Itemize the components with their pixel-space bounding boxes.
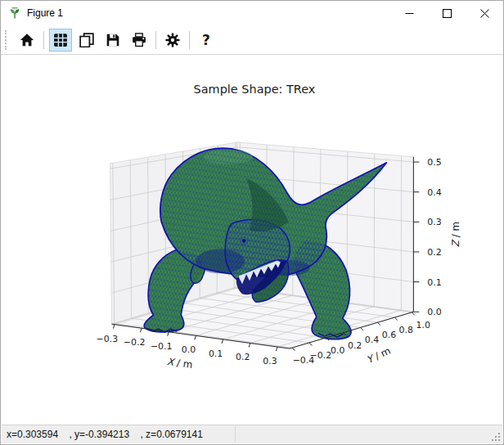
figure-window: Figure 1 — [0, 0, 504, 445]
save-icon — [106, 33, 120, 47]
close-icon — [480, 9, 489, 18]
x-tick-label: −0.1 — [151, 341, 173, 352]
x-tick-label: 0.0 — [182, 344, 196, 355]
z-tick-label: 0.2 — [427, 247, 441, 258]
print-icon — [132, 33, 146, 47]
window-title: Figure 1 — [27, 7, 63, 19]
z-tick-label: 0.0 — [427, 307, 441, 317]
x-tick-label: 0.3 — [263, 356, 277, 366]
y-tick-label: 0.0 — [331, 345, 344, 356]
resize-grip[interactable] — [492, 433, 501, 442]
toolbar-separator — [43, 31, 44, 49]
toolbar-drag-handle[interactable] — [5, 30, 9, 50]
x-tick-label: −0.3 — [97, 334, 119, 344]
maximize-icon — [443, 9, 452, 18]
copy-button[interactable] — [75, 29, 98, 52]
minimize-button[interactable] — [390, 1, 428, 25]
help-icon: ? — [202, 32, 210, 48]
z-tick-label: 0.5 — [427, 157, 441, 168]
help-button[interactable]: ? — [195, 29, 218, 52]
toolbar: ? — [1, 25, 503, 55]
home-button[interactable] — [16, 29, 38, 52]
y-axis-label: Y / m — [365, 345, 393, 366]
x-tick-label: −0.2 — [124, 337, 146, 348]
gear-icon — [165, 33, 180, 47]
y-tick-label: 0.6 — [382, 330, 396, 340]
settings-button[interactable] — [161, 29, 184, 52]
y-tick-label: 1.0 — [416, 320, 430, 330]
toolbar-separator — [189, 31, 190, 49]
close-button[interactable] — [466, 1, 503, 25]
title-bar: Figure 1 — [1, 1, 503, 25]
plot-3d-axes[interactable]: Sample Shape: TRex — [2, 56, 504, 427]
y-tick-label: 0.8 — [399, 325, 413, 335]
x-tick-label: 0.2 — [236, 352, 250, 362]
x-axis-label: X / m — [166, 356, 193, 371]
cursor-coordinates: x=0.303594 , y=-0.394213 , z=0.0679141 — [2, 429, 203, 440]
eye — [242, 239, 245, 242]
z-tick-label: 0.4 — [427, 187, 441, 198]
print-button[interactable] — [128, 29, 151, 52]
home-icon — [20, 33, 34, 47]
copy-icon — [79, 33, 94, 47]
z-tick-label: 0.3 — [427, 217, 441, 227]
toolbar-separator — [155, 31, 156, 49]
y-tick-label: 0.2 — [348, 340, 362, 351]
x-tick-label: 0.1 — [209, 348, 223, 359]
figure-canvas[interactable]: Sample Shape: TRex — [2, 56, 504, 427]
maximize-button[interactable] — [428, 1, 466, 25]
y-tick-label: 0.4 — [365, 335, 379, 345]
z-tick-label: 0.1 — [427, 277, 441, 288]
matplotlib-app-icon — [8, 7, 21, 20]
plot-title: Sample Shape: TRex — [194, 83, 316, 96]
subplots-grid-icon — [53, 33, 68, 47]
save-button[interactable] — [101, 29, 124, 52]
status-bar: x=0.303594 , y=-0.394213 , z=0.0679141 — [2, 425, 502, 443]
configure-subplots-button[interactable] — [49, 29, 72, 52]
z-axis-label: Z / m — [450, 222, 461, 247]
y-tick-label: −0.2 — [310, 350, 332, 361]
minimize-icon — [405, 9, 414, 18]
statusbar-separator — [235, 426, 236, 443]
